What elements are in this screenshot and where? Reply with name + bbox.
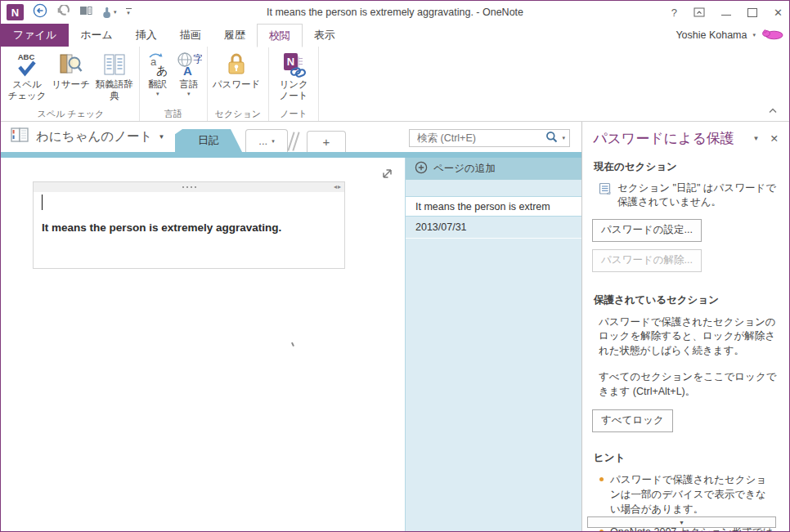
quick-access-toolbar: N ▾ ▾	[7, 1, 132, 24]
remove-password-button: パスワードの解除...	[592, 249, 702, 272]
ribbon-group-section: パスワード セクション	[208, 47, 269, 121]
minimize-button[interactable]	[721, 15, 731, 16]
note-container-handle[interactable]: ◂▸	[34, 182, 344, 192]
ribbon: ABC スペル チェック リサーチ 類義語辞典 スペル チェッ	[1, 47, 789, 122]
tab-home[interactable]: ホーム	[69, 24, 124, 47]
chevron-down-icon: ▼	[158, 133, 164, 141]
search-icon	[545, 131, 558, 146]
notebook-icon	[10, 127, 30, 146]
chevron-down-icon: ▾	[272, 138, 275, 145]
language-icon: 字A	[176, 50, 202, 79]
section-overflow-tab[interactable]: ... ▾	[245, 129, 288, 152]
thesaurus-icon	[102, 50, 127, 79]
ribbon-display-options-button[interactable]	[693, 7, 705, 17]
chevron-down-icon[interactable]: ▼	[753, 135, 760, 142]
ribbon-group-notes: N リンク ノート ノート	[269, 47, 319, 121]
close-pane-button[interactable]: ✕	[770, 132, 779, 145]
chevron-down-icon[interactable]: ▾	[562, 135, 565, 141]
chevron-down-icon: ▾	[752, 32, 756, 38]
text-cursor	[42, 194, 43, 210]
lock-all-button[interactable]: すべてロック	[592, 409, 673, 432]
back-icon[interactable]	[33, 3, 47, 21]
tab-review[interactable]: 校閲	[257, 24, 303, 47]
page-editor[interactable]: ◂▸ It means the person is extremely aggr…	[1, 158, 405, 532]
note-container[interactable]: ◂▸ It means the person is extremely aggr…	[33, 181, 345, 269]
full-page-view-icon[interactable]	[381, 168, 393, 183]
tab-history[interactable]: 履歴	[213, 24, 257, 47]
onenote-window: N ▾ ▾ It means the person is extremely a…	[0, 0, 790, 532]
svg-text:N: N	[287, 56, 294, 68]
ribbon-group-label: セクション	[210, 108, 266, 121]
page-list-item[interactable]: 2013/07/31	[406, 217, 581, 239]
section-icon	[599, 181, 612, 209]
chevron-down-icon: ▾	[127, 10, 130, 16]
svg-text:字: 字	[193, 53, 202, 65]
onenote-app-icon[interactable]: N	[7, 4, 24, 20]
thesaurus-button[interactable]: 類義語辞典	[92, 47, 137, 102]
chevron-down-icon: ▾	[187, 91, 191, 97]
spell-check-icon: ABC	[15, 50, 39, 79]
help-button[interactable]: ?	[671, 7, 677, 18]
research-icon	[58, 50, 83, 79]
window-title: It means the person is extremely aggrava…	[267, 1, 523, 24]
section-status-text: セクション "日記" はパスワードで保護されていません。	[617, 181, 779, 209]
notebook-name: わにちゃんのノート	[36, 128, 152, 145]
svg-text:ABC: ABC	[18, 52, 35, 61]
pane-scroll-down-button[interactable]: ▼	[587, 516, 776, 528]
protected-sections-text-2: すべてのセクションをここでロックできます (Ctrl+Alt+L)。	[599, 370, 779, 399]
chevron-down-icon: ▾	[114, 9, 117, 16]
page-list-item[interactable]: It means the person is extrem	[406, 196, 581, 217]
ribbon-group-spelling: ABC スペル チェック リサーチ 類義語辞典 スペル チェッ	[2, 47, 140, 121]
dock-to-desktop-icon[interactable]	[79, 5, 92, 20]
resize-arrows-icon[interactable]: ◂▸	[334, 182, 342, 192]
tab-view[interactable]: 表示	[303, 24, 347, 47]
svg-text:A: A	[183, 64, 192, 78]
titlebar: N ▾ ▾ It means the person is extremely a…	[1, 1, 789, 24]
password-button[interactable]: パスワード	[210, 47, 263, 91]
ribbon-tab-row: ファイル ホーム 挿入 描画 履歴 校閲 表示 Yoshie Kohama ▾	[1, 24, 789, 47]
undo-icon[interactable]	[56, 5, 70, 20]
customize-qat-button[interactable]: ▾	[126, 8, 132, 16]
page-list-pane: ページの追加 It means the person is extrem 201…	[405, 158, 581, 532]
collapse-ribbon-button[interactable]	[768, 102, 778, 117]
svg-text:あ: あ	[156, 64, 168, 77]
linked-notes-button[interactable]: N リンク ノート	[272, 47, 316, 102]
search-input[interactable]	[415, 132, 541, 145]
ribbon-group-label: 言語	[142, 108, 204, 121]
translate-icon: aあ	[145, 50, 171, 79]
add-page-button[interactable]: ページの追加	[406, 158, 581, 180]
close-button[interactable]: ✕	[774, 7, 783, 18]
ribbon-group-language: aあ 翻訳 ▾ 字A 言語 ▾ 言語	[140, 47, 208, 121]
search-box[interactable]: ▾	[409, 129, 570, 147]
notebook-dropdown[interactable]: わにちゃんのノート ▼	[10, 127, 164, 146]
section-status: セクション "日記" はパスワードで保護されていません。	[599, 181, 779, 209]
ribbon-group-label: ノート	[272, 108, 316, 121]
section-color-bar	[1, 152, 581, 158]
account-menu[interactable]: Yoshie Kohama ▾	[676, 24, 783, 47]
set-password-button[interactable]: パスワードの設定...	[592, 219, 702, 242]
note-text: It means the person is extremely aggrava…	[42, 221, 281, 234]
current-section-heading: 現在のセクション	[594, 160, 779, 174]
bullet-icon	[599, 477, 604, 481]
spell-check-button[interactable]: ABC スペル チェック	[5, 47, 49, 102]
maximize-button[interactable]	[747, 8, 757, 17]
language-button[interactable]: 字A 言語 ▾	[173, 47, 204, 97]
tab-draw[interactable]: 描画	[168, 24, 213, 47]
hint-item: パスワードで保護されたセクションは一部のデバイスで表示できない場合があります。	[599, 473, 779, 516]
lock-icon	[225, 50, 248, 79]
avatar[interactable]	[761, 28, 783, 42]
tab-file[interactable]: ファイル	[1, 24, 69, 47]
ribbon-group-label: スペル チェック	[5, 108, 137, 121]
bullet-icon	[599, 530, 604, 532]
create-section-tab[interactable]: +	[307, 131, 346, 152]
account-name: Yoshie Kohama	[676, 29, 747, 41]
section-tab-diary[interactable]: 日記	[175, 129, 242, 152]
task-pane-title: パスワードによる保護	[590, 129, 753, 148]
tab-insert[interactable]: 挿入	[124, 24, 168, 47]
translate-button[interactable]: aあ 翻訳 ▾	[142, 47, 173, 97]
notebook-nav-row: わにちゃんのノート ▼ 日記 ... ▾ + ▾	[1, 122, 581, 152]
research-button[interactable]: リサーチ	[49, 47, 92, 91]
password-protection-pane: パスワードによる保護 ▼ ✕ 現在のセクション セクション "日記" はパスワー…	[581, 122, 790, 532]
protected-sections-text-1: パスワードで保護されたセクションのロックを解除すると、ロックが解除された状態がし…	[599, 315, 779, 359]
touch-mouse-mode-button[interactable]: ▾	[101, 7, 117, 19]
